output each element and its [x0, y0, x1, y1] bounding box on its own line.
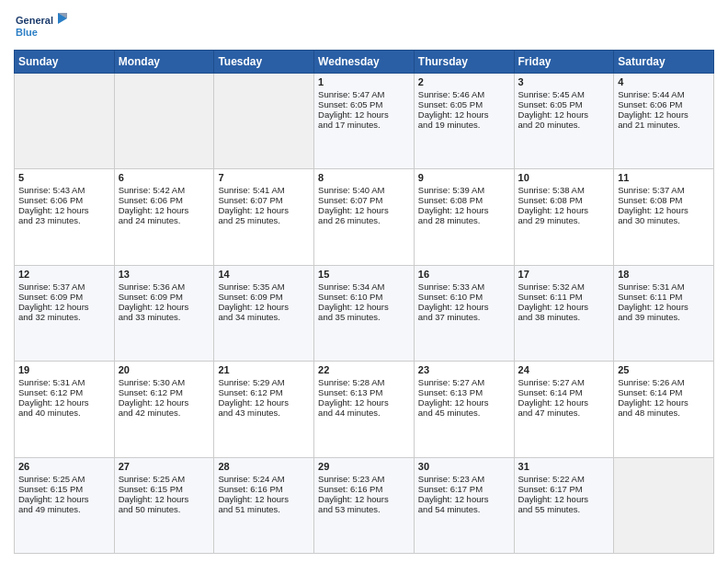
day-info: and 39 minutes. — [618, 312, 710, 322]
day-info: Daylight: 12 hours — [18, 205, 110, 215]
svg-text:General: General — [16, 15, 53, 26]
day-info: Sunrise: 5:41 AM — [218, 185, 310, 195]
day-info: Sunrise: 5:30 AM — [119, 377, 210, 387]
day-info: and 40 minutes. — [18, 408, 110, 418]
day-info: Sunrise: 5:23 AM — [418, 474, 510, 484]
day-info: Sunset: 6:06 PM — [119, 195, 210, 205]
day-info: and 44 minutes. — [318, 408, 410, 418]
day-info: Daylight: 12 hours — [218, 205, 310, 215]
day-info: Daylight: 12 hours — [518, 494, 610, 504]
day-info: Daylight: 12 hours — [418, 302, 510, 312]
day-number: 27 — [119, 461, 210, 472]
day-info: Sunset: 6:13 PM — [418, 387, 510, 397]
calendar-week-5: 26Sunrise: 5:25 AMSunset: 6:15 PMDayligh… — [15, 457, 714, 553]
day-info: Sunset: 6:15 PM — [18, 484, 110, 494]
calendar-week-3: 12Sunrise: 5:37 AMSunset: 6:09 PMDayligh… — [15, 265, 714, 361]
day-info: Sunset: 6:16 PM — [318, 484, 410, 494]
calendar-cell: 10Sunrise: 5:38 AMSunset: 6:08 PMDayligh… — [514, 169, 614, 265]
day-info: Daylight: 12 hours — [318, 109, 410, 120]
day-info: Daylight: 12 hours — [18, 302, 110, 312]
day-number: 18 — [618, 269, 710, 280]
day-info: Sunset: 6:11 PM — [518, 292, 610, 302]
calendar-cell: 27Sunrise: 5:25 AMSunset: 6:15 PMDayligh… — [114, 457, 214, 553]
day-info: and 21 minutes. — [618, 120, 710, 130]
day-info: and 37 minutes. — [418, 312, 510, 322]
day-info: Sunset: 6:10 PM — [318, 292, 410, 302]
day-info: Sunrise: 5:36 AM — [119, 282, 210, 292]
calendar-cell: 12Sunrise: 5:37 AMSunset: 6:09 PMDayligh… — [15, 265, 115, 361]
day-info: Sunset: 6:15 PM — [119, 484, 210, 494]
calendar-cell: 24Sunrise: 5:27 AMSunset: 6:14 PMDayligh… — [514, 362, 614, 457]
calendar-week-1: 1Sunrise: 5:47 AMSunset: 6:05 PMDaylight… — [15, 74, 714, 169]
day-info: Sunset: 6:17 PM — [418, 484, 510, 494]
day-info: and 23 minutes. — [18, 215, 110, 225]
day-info: Sunset: 6:08 PM — [518, 195, 610, 205]
day-number: 26 — [18, 461, 110, 472]
day-number: 11 — [618, 172, 710, 183]
calendar-cell: 31Sunrise: 5:22 AMSunset: 6:17 PMDayligh… — [514, 457, 614, 553]
calendar-cell — [614, 457, 714, 553]
calendar-cell: 1Sunrise: 5:47 AMSunset: 6:05 PMDaylight… — [314, 74, 415, 169]
day-info: Daylight: 12 hours — [418, 397, 510, 408]
day-info: Sunrise: 5:35 AM — [218, 282, 310, 292]
day-info: Daylight: 12 hours — [18, 494, 110, 504]
calendar-cell: 6Sunrise: 5:42 AMSunset: 6:06 PMDaylight… — [114, 169, 214, 265]
day-info: Sunrise: 5:23 AM — [318, 474, 410, 484]
day-info: Sunrise: 5:22 AM — [518, 474, 610, 484]
day-info: Daylight: 12 hours — [418, 109, 510, 120]
day-info: and 34 minutes. — [218, 312, 310, 322]
calendar-cell: 2Sunrise: 5:46 AMSunset: 6:05 PMDaylight… — [414, 74, 514, 169]
day-info: and 47 minutes. — [518, 408, 610, 418]
calendar-cell — [114, 74, 214, 169]
calendar-cell: 17Sunrise: 5:32 AMSunset: 6:11 PMDayligh… — [514, 265, 614, 361]
day-info: and 33 minutes. — [119, 312, 210, 322]
calendar-cell: 18Sunrise: 5:31 AMSunset: 6:11 PMDayligh… — [614, 265, 714, 361]
day-info: and 35 minutes. — [318, 312, 410, 322]
day-number: 1 — [318, 76, 410, 87]
day-info: Sunset: 6:08 PM — [418, 195, 510, 205]
day-info: Daylight: 12 hours — [119, 205, 210, 215]
day-number: 12 — [18, 269, 110, 280]
day-info: Sunset: 6:05 PM — [318, 99, 410, 109]
day-info: and 38 minutes. — [518, 312, 610, 322]
day-number: 24 — [518, 364, 610, 375]
day-info: Daylight: 12 hours — [318, 494, 410, 504]
day-info: Sunset: 6:06 PM — [618, 99, 710, 109]
day-info: Sunrise: 5:26 AM — [618, 377, 710, 387]
day-info: and 29 minutes. — [518, 215, 610, 225]
day-info: Sunset: 6:08 PM — [618, 195, 710, 205]
day-info: Sunrise: 5:45 AM — [518, 89, 610, 99]
day-header-saturday: Saturday — [614, 51, 714, 74]
day-info: Daylight: 12 hours — [119, 397, 210, 408]
day-info: and 32 minutes. — [18, 312, 110, 322]
day-number: 16 — [418, 269, 510, 280]
calendar-cell: 26Sunrise: 5:25 AMSunset: 6:15 PMDayligh… — [15, 457, 115, 553]
day-number: 19 — [18, 364, 110, 375]
day-info: Sunset: 6:07 PM — [218, 195, 310, 205]
calendar-cell: 28Sunrise: 5:24 AMSunset: 6:16 PMDayligh… — [214, 457, 314, 553]
calendar-cell: 29Sunrise: 5:23 AMSunset: 6:16 PMDayligh… — [314, 457, 415, 553]
day-info: and 19 minutes. — [418, 120, 510, 130]
day-number: 20 — [119, 364, 210, 375]
day-info: Sunset: 6:12 PM — [119, 387, 210, 397]
day-info: and 50 minutes. — [119, 504, 210, 514]
day-info: Daylight: 12 hours — [218, 302, 310, 312]
calendar-table: SundayMondayTuesdayWednesdayThursdayFrid… — [14, 50, 714, 554]
day-number: 17 — [518, 269, 610, 280]
day-info: Sunrise: 5:28 AM — [318, 377, 410, 387]
day-info: Sunrise: 5:44 AM — [618, 89, 710, 99]
day-number: 4 — [618, 76, 710, 87]
calendar-cell: 21Sunrise: 5:29 AMSunset: 6:12 PMDayligh… — [214, 362, 314, 457]
day-info: Sunrise: 5:33 AM — [418, 282, 510, 292]
calendar-cell: 5Sunrise: 5:43 AMSunset: 6:06 PMDaylight… — [15, 169, 115, 265]
calendar-cell — [214, 74, 314, 169]
day-info: Sunset: 6:09 PM — [218, 292, 310, 302]
day-number: 9 — [418, 172, 510, 183]
svg-text:Blue: Blue — [16, 27, 38, 38]
day-number: 29 — [318, 461, 410, 472]
day-info: Sunset: 6:17 PM — [518, 484, 610, 494]
day-info: Daylight: 12 hours — [418, 494, 510, 504]
day-info: Sunset: 6:11 PM — [618, 292, 710, 302]
day-info: Sunset: 6:05 PM — [518, 99, 610, 109]
day-info: and 43 minutes. — [218, 408, 310, 418]
